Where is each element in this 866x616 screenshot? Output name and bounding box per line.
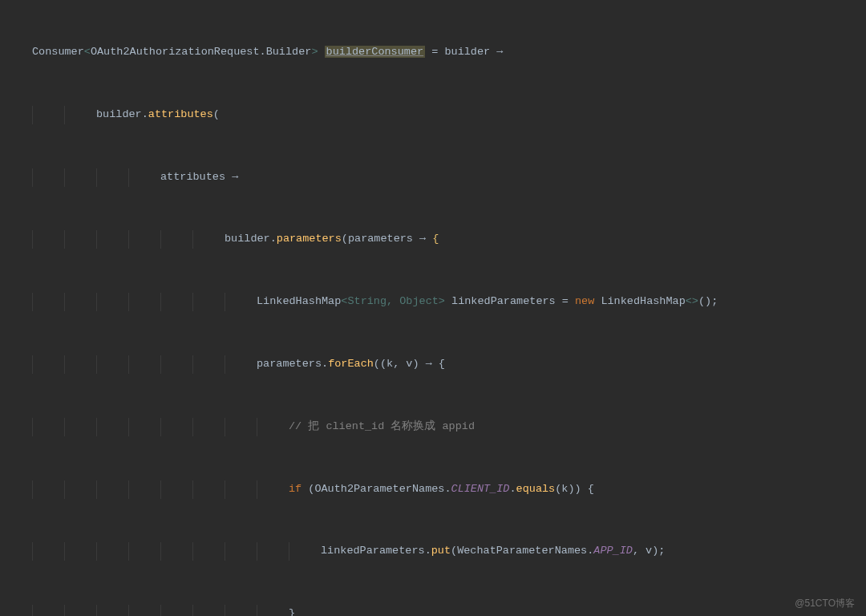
method-put: put — [431, 545, 451, 557]
comment: // 把 client_id 名称换成 appid — [289, 420, 475, 432]
variable-builderconsumer[interactable]: builderConsumer — [325, 46, 426, 58]
code-line: if (OAuth2ParameterNames.CLIENT_ID.equal… — [0, 480, 866, 506]
keyword-if: if — [289, 483, 301, 495]
code-line: Consumer<OAuth2AuthorizationRequest.Buil… — [0, 43, 866, 69]
code-line: builder.parameters(parameters → { — [0, 230, 866, 256]
type-consumer: Consumer — [32, 46, 84, 58]
method-parameters: parameters — [277, 233, 342, 245]
method-attributes: attributes — [148, 108, 213, 120]
code-line: } — [0, 605, 866, 616]
code-line: linkedParameters.put(WechatParameterName… — [0, 542, 866, 568]
variable-linkedparameters: linkedParameters — [451, 295, 556, 307]
keyword-new: new — [575, 295, 594, 307]
code-line: parameters.forEach((k, v) → { — [0, 355, 866, 381]
watermark: @51CTO博客 — [795, 595, 855, 611]
method-foreach: forEach — [328, 358, 374, 370]
code-editor[interactable]: Consumer<OAuth2AuthorizationRequest.Buil… — [0, 0, 866, 616]
code-line: attributes → — [0, 168, 866, 194]
code-line: // 把 client_id 名称换成 appid — [0, 418, 866, 444]
code-line: LinkedHashMap<String, Object> linkedPara… — [0, 293, 866, 318]
code-line: builder.attributes( — [0, 106, 866, 132]
constant-client-id: CLIENT_ID — [451, 483, 510, 495]
constant-app-id: APP_ID — [593, 545, 633, 557]
